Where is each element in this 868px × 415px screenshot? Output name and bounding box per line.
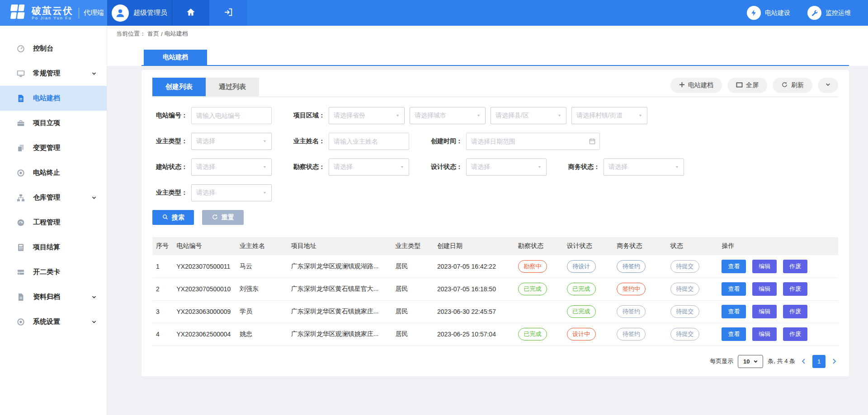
col-design: 设计状态: [563, 237, 613, 255]
chevron-down-icon: [91, 319, 97, 325]
monitor-icon: [16, 69, 25, 78]
province-select[interactable]: 请选择省份 ▼: [329, 107, 405, 124]
sidebar-item-project-initiation[interactable]: 项目立项: [0, 111, 107, 135]
invalidate-button[interactable]: 作废: [783, 327, 807, 341]
cell-created: 2023-07-05 16:18:50: [434, 278, 514, 300]
owner-type-label: 业主类型：: [152, 137, 188, 145]
station-code-input[interactable]: [191, 107, 272, 124]
date-range-input[interactable]: [466, 133, 600, 150]
cell-owner: 刘强东: [236, 278, 288, 300]
view-button[interactable]: 查看: [722, 260, 746, 273]
create-station-button[interactable]: 电站建档: [670, 78, 722, 93]
edit-button[interactable]: 编辑: [752, 327, 777, 341]
cell-created: 2023-06-30 22:45:57: [434, 300, 514, 323]
town-select[interactable]: 请选择村镇/街道 ▼: [571, 107, 647, 124]
sidebar-item-general-mgmt[interactable]: 常规管理: [0, 61, 107, 86]
home-button[interactable]: [172, 0, 209, 26]
collapse-toolbar-button[interactable]: [818, 78, 838, 93]
logout-button[interactable]: [209, 0, 247, 26]
invalidate-button[interactable]: 作废: [783, 305, 807, 318]
sidebar-item-engineering-mgmt[interactable]: 工程管理: [0, 210, 107, 235]
page-tab-station-filing[interactable]: 电站建档: [144, 50, 207, 65]
invalidate-button[interactable]: 作废: [783, 260, 807, 273]
caret-down-icon: ▼: [263, 140, 267, 143]
sidebar-item-project-settlement[interactable]: 项目结算: [0, 235, 107, 260]
chevron-down-icon: [825, 82, 831, 89]
county-select[interactable]: 请选择县/区 ▼: [491, 107, 566, 124]
search-label: 搜索: [172, 214, 184, 222]
edit-button[interactable]: 编辑: [752, 305, 777, 318]
table-header-row: 序号 电站编号 业主姓名 项目地址 业主类型 创建日期 勘察状态 设计状态 商务…: [152, 237, 838, 255]
edit-button[interactable]: 编辑: [752, 260, 777, 273]
per-page-select[interactable]: 10: [738, 355, 763, 368]
view-button[interactable]: 查看: [722, 282, 746, 296]
tab-passed-list[interactable]: 通过列表: [206, 78, 259, 96]
business-status-select[interactable]: 请选择 ▼: [604, 159, 684, 176]
tab-create-list[interactable]: 创建列表: [152, 78, 206, 96]
cell-owner-type: 居民: [392, 255, 434, 278]
sitemap-icon: [16, 193, 25, 202]
nav-monitor-ops[interactable]: 监控运维: [807, 6, 851, 20]
status-badge: 已完成: [518, 283, 547, 295]
reset-button[interactable]: 重置: [202, 210, 244, 225]
filter-panel: 电站编号： 项目区域： 请选择省份 ▼ 请选择城市 ▼: [152, 107, 838, 225]
invalidate-button[interactable]: 作废: [783, 282, 807, 296]
reset-icon: [212, 214, 218, 222]
avatar: [112, 5, 129, 22]
caret-down-icon: ▼: [675, 165, 679, 169]
breadcrumb-home-link[interactable]: 首页: [147, 30, 159, 38]
prev-page-button[interactable]: [800, 358, 808, 364]
sidebar-item-warehouse-mgmt[interactable]: 仓库管理: [0, 185, 107, 210]
sidebar-item-console[interactable]: 控制台: [0, 36, 107, 61]
next-page-button[interactable]: [830, 358, 838, 364]
build-status-select[interactable]: 请选择 ▼: [191, 159, 272, 176]
sidebar-item-label: 工程管理: [33, 218, 97, 227]
cell-code: YX2023062500004: [173, 323, 236, 345]
cell-owner: 学员: [236, 300, 288, 323]
divider: [79, 8, 79, 19]
sidebar-item-label: 资料归档: [33, 293, 91, 301]
breadcrumb-prefix: 当前位置：: [116, 30, 146, 38]
view-button[interactable]: 查看: [722, 327, 746, 341]
brand-logo: 破茧云伏 Po Jian Yun Fu 代理端: [0, 0, 107, 26]
cell-code: YX2023070500011: [173, 255, 236, 278]
col-owner-type: 业主类型: [392, 237, 434, 255]
sidebar-item-change-mgmt[interactable]: 变更管理: [0, 135, 107, 160]
sidebar-item-system-settings[interactable]: 系统设置: [0, 309, 107, 334]
lightning-icon: [747, 6, 761, 20]
sidebar-item-station-filing[interactable]: 电站建档: [0, 86, 107, 111]
wrench-icon: [807, 6, 821, 20]
survey-status-select[interactable]: 请选择 ▼: [329, 159, 409, 176]
search-button[interactable]: 搜索: [152, 210, 194, 225]
table-row: 2 YX2023070500010 刘强东 广东深圳龙华区黄石镇星官大... 居…: [152, 278, 838, 300]
calculator-icon: [16, 243, 25, 252]
nav-station-build[interactable]: 电站建设: [747, 6, 790, 20]
caret-down-icon: ▼: [638, 114, 642, 117]
col-business: 商务状态: [613, 237, 666, 255]
copy-icon: [16, 144, 25, 153]
sidebar-item-type2-card[interactable]: 开二类卡: [0, 260, 107, 284]
view-button[interactable]: 查看: [722, 305, 746, 318]
cell-code: YX2023070500010: [173, 278, 236, 300]
sidebar-item-label: 常规管理: [33, 69, 91, 78]
chevron-down-icon: [91, 294, 97, 300]
caret-down-icon: [753, 359, 758, 364]
sidebar-item-label: 变更管理: [33, 144, 97, 152]
cell-code: YX2023063000009: [173, 300, 236, 323]
design-status-select[interactable]: 请选择 ▼: [466, 159, 547, 176]
refresh-label: 刷新: [791, 81, 804, 89]
owner-name-input[interactable]: [329, 133, 409, 150]
fullscreen-button[interactable]: 全屏: [727, 78, 767, 93]
chevron-down-icon: [91, 195, 97, 201]
user-menu[interactable]: 超级管理员: [107, 0, 172, 26]
col-status: 状态: [667, 237, 718, 255]
owner-type-select[interactable]: 请选择 ▼: [191, 133, 272, 150]
owner-type2-select[interactable]: 请选择 ▼: [191, 184, 272, 201]
city-select[interactable]: 请选择城市 ▼: [410, 107, 486, 124]
refresh-button[interactable]: 刷新: [773, 78, 812, 93]
sidebar-item-station-termination[interactable]: 电站终止: [0, 160, 107, 185]
gauge-icon: [16, 218, 25, 227]
page-number-button[interactable]: 1: [812, 355, 826, 368]
sidebar-item-archives[interactable]: 资料归档: [0, 284, 107, 309]
edit-button[interactable]: 编辑: [752, 282, 777, 296]
